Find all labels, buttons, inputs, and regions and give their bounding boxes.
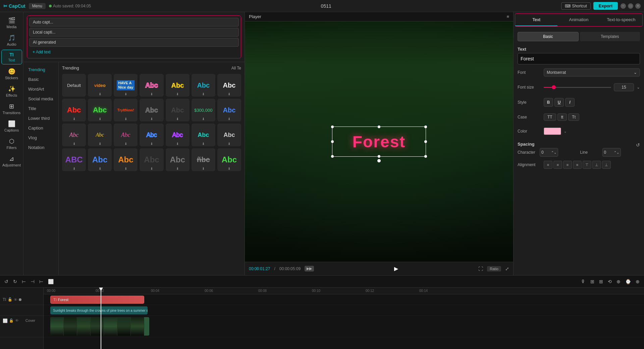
text-style-pink-stroke[interactable]: Abc ⬇ <box>140 74 163 97</box>
join-button[interactable]: ⊞ <box>598 278 604 285</box>
text-style-cyan2[interactable]: Abc ⬇ <box>192 123 215 146</box>
align-justify-button[interactable]: ≡ <box>573 161 582 169</box>
clock-button[interactable]: ⌚ <box>624 278 632 285</box>
text-style-strikethrough[interactable]: ñbc ⬇ <box>192 148 215 171</box>
case-title-button[interactable]: Tt <box>568 113 579 121</box>
text-style-red-abc[interactable]: Abc ⬇ <box>62 99 86 121</box>
handle-mr[interactable] <box>424 140 427 143</box>
text-style-green-abc[interactable]: Abc ⬇ <box>88 99 112 121</box>
text-style-dark-abc[interactable]: Abc ⬇ <box>140 99 163 121</box>
tab-text[interactable]: Text <box>515 14 557 26</box>
fontsize-stepper[interactable]: ⌄ <box>637 85 640 90</box>
text-style-big-orange[interactable]: Abc ⬇ <box>114 148 138 171</box>
delete-button[interactable]: ⬜ <box>47 278 55 285</box>
close-button[interactable]: × <box>635 3 641 9</box>
category-trending[interactable]: Trending <box>23 65 58 74</box>
subtab-basic[interactable]: Basic <box>518 32 579 41</box>
text-style-default[interactable]: Default <box>62 74 86 97</box>
text-style-plain[interactable]: Abc ⬇ <box>217 123 241 146</box>
video-track-visibility[interactable]: 👁 <box>15 318 19 322</box>
text-style-big-blue[interactable]: Abc ⬇ <box>88 148 112 171</box>
text-style-darkfill[interactable]: Abc ⬇ <box>166 99 190 121</box>
text-style-video[interactable]: video ⬇ <box>88 74 112 97</box>
category-vlog[interactable]: Vlog <box>23 133 58 143</box>
category-caption[interactable]: Caption <box>23 123 58 133</box>
local-caption-button[interactable]: Local capti... <box>29 28 239 37</box>
text-style-outline-blue[interactable]: Abc ⬇ <box>140 123 163 146</box>
text-style-big-gray[interactable]: Abc ⬇ <box>166 148 190 171</box>
minimize-button[interactable]: − <box>621 3 626 9</box>
align-center-button[interactable]: ≡ <box>553 161 562 169</box>
handle-bm[interactable] <box>378 155 380 158</box>
text-style-big-green[interactable]: Abc ⬇ <box>217 148 241 171</box>
toolbar-item-transitions[interactable]: ⊞ Transitions <box>1 101 22 117</box>
tab-tts[interactable]: Text-to-speech <box>600 14 642 26</box>
menu-button[interactable]: Menu <box>29 3 46 9</box>
fontsize-slider[interactable] <box>544 87 611 88</box>
video-track-lock[interactable]: 🔓 <box>9 318 14 323</box>
category-basic[interactable]: Basic <box>23 74 58 84</box>
text-track-lock[interactable]: 🔓 <box>8 297 12 302</box>
caption-clip[interactable]: Sunlight breaks through the crowns of pi… <box>50 306 148 314</box>
mic-button[interactable]: 🎙 <box>580 278 587 285</box>
text-style-outline-purple[interactable]: Abc ⬇ <box>166 123 190 146</box>
speed-button[interactable]: ▶▶ <box>305 266 314 271</box>
add-text-button[interactable]: + Add text <box>29 48 239 56</box>
text-clip[interactable]: TI Forest <box>50 296 144 304</box>
player-menu-icon[interactable]: ≡ <box>506 14 509 19</box>
text-style-trynow[interactable]: TryItNow! ⬇ <box>114 99 138 121</box>
character-input[interactable]: 0 ⌃⌄ <box>540 148 558 157</box>
toolbar-item-filters[interactable]: ⬡ Filters <box>1 136 22 152</box>
text-style-cyan[interactable]: Abc ⬇ <box>192 74 215 97</box>
ai-generated-button[interactable]: AI generated <box>29 38 239 47</box>
spacing-reset-button[interactable]: ↺ <box>636 142 640 148</box>
handle-ml[interactable] <box>331 140 334 143</box>
rotate-handle[interactable] <box>377 159 381 162</box>
text-style-blue-stroke[interactable]: Abc ⬇ <box>217 99 241 121</box>
toolbar-item-adjustment[interactable]: ⊿ Adjustment <box>1 153 22 169</box>
underline-button[interactable]: U <box>554 98 564 107</box>
color-picker[interactable] <box>544 128 561 135</box>
handle-bl[interactable] <box>331 155 334 158</box>
text-style-script-pink[interactable]: Abc ⬇ <box>62 123 86 146</box>
fontsize-thumb[interactable] <box>552 85 556 89</box>
timeline-settings-button[interactable]: ⊕ <box>635 278 641 285</box>
text-track-visibility[interactable]: 👁 <box>14 298 17 302</box>
redo-button[interactable]: ↻ <box>12 278 18 285</box>
shortcut-button[interactable]: ⌨ Shortcut <box>561 2 591 10</box>
bold-button[interactable]: B <box>544 98 553 107</box>
category-title[interactable]: Title <box>23 104 58 113</box>
case-lower-button[interactable]: tt <box>557 113 567 121</box>
subtab-templates[interactable]: Templates <box>580 32 640 41</box>
toolbar-item-stickers[interactable]: 😊 Stickers <box>1 66 22 82</box>
handle-tl[interactable] <box>331 126 334 128</box>
align-left-button[interactable]: ≡ <box>544 161 552 169</box>
category-social[interactable]: Social media <box>23 94 58 104</box>
category-lower-third[interactable]: Lower third <box>23 113 58 123</box>
loop-button[interactable]: ⟲ <box>607 278 613 285</box>
category-wordart[interactable]: WordArt <box>23 84 58 94</box>
tab-animation[interactable]: Animation <box>557 14 600 26</box>
mark-button[interactable]: ⊕ <box>615 278 622 285</box>
italic-button[interactable]: I <box>565 98 575 107</box>
maximize-button[interactable]: □ <box>628 3 633 9</box>
play-button[interactable]: ▶ <box>394 265 398 272</box>
align-top-button[interactable]: ⊤ <box>583 161 591 169</box>
text-style-havenice[interactable]: HAVE ANice day ⬇ <box>114 74 138 97</box>
toolbar-item-text[interactable]: TI Text <box>1 50 22 64</box>
toolbar-item-captions[interactable]: ⬜ Captions <box>1 118 22 134</box>
text-input[interactable] <box>518 53 640 64</box>
fontsize-value[interactable]: 15 <box>614 83 634 91</box>
selection-box[interactable]: Forest <box>332 127 426 157</box>
handle-tr[interactable] <box>424 126 427 128</box>
section-all[interactable]: All Te <box>231 66 241 70</box>
handle-tm[interactable] <box>378 126 380 128</box>
auto-caption-button[interactable]: Auto capt... <box>29 18 239 27</box>
font-select[interactable]: Montserrat ⌄ <box>544 68 640 77</box>
text-overlay[interactable]: Forest <box>353 133 406 151</box>
player-video[interactable]: Forest <box>245 21 513 262</box>
text-style-dollar[interactable]: $300,000 ⬇ <box>192 99 215 121</box>
line-input[interactable]: 0 ⌃⌄ <box>602 148 621 157</box>
align-bottom-button[interactable]: ⊥ <box>602 161 611 169</box>
video-clip[interactable] <box>50 317 149 336</box>
